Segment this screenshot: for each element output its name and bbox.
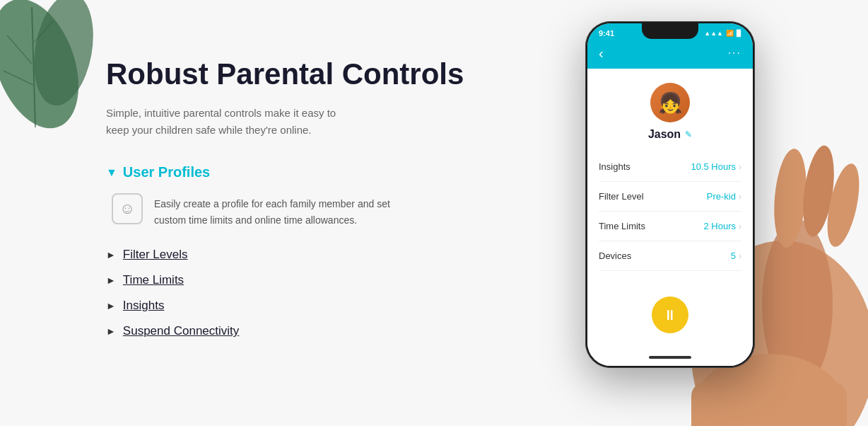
stat-value-time-limits: 2 Hours — [703, 221, 736, 231]
nav-arrow-icon: ► — [106, 249, 116, 260]
home-indicator — [587, 350, 753, 366]
stat-value-filter-row: Pre-kid › — [707, 191, 741, 202]
profile-description-block: ☺ Easily create a profile for each famil… — [112, 193, 474, 228]
stat-row-time-limits[interactable]: Time Limits 2 Hours › — [599, 212, 741, 241]
filter-levels-link[interactable]: Filter Levels — [123, 248, 188, 262]
pause-icon: ⏸ — [663, 307, 677, 323]
section-title[interactable]: User Profiles — [123, 164, 210, 180]
stat-value-devices: 5 — [731, 251, 736, 261]
smiley-icon: ☺ — [112, 193, 143, 224]
signal-icon: ▲▲▲ — [704, 30, 723, 37]
stat-row-insights[interactable]: Insights 10.5 Hours › — [599, 152, 741, 182]
back-button[interactable]: ‹ — [599, 46, 604, 60]
nav-arrow-icon: ► — [106, 326, 116, 337]
nav-item-time-limits: ► Time Limits — [106, 273, 474, 287]
nav-item-filter-levels: ► Filter Levels — [106, 248, 474, 262]
chevron-right-icon: › — [739, 192, 741, 202]
status-icons: ▲▲▲ 📶 ▉ — [704, 30, 741, 37]
nav-arrow-icon: ► — [106, 275, 116, 286]
stat-label-insights: Insights — [599, 161, 631, 172]
stat-row-filter-level[interactable]: Filter Level Pre-kid › — [599, 182, 741, 212]
wifi-icon: 📶 — [726, 30, 734, 37]
insights-link[interactable]: Insights — [123, 299, 165, 313]
edit-profile-icon[interactable]: ✎ — [685, 129, 692, 139]
section-arrow-icon: ▼ — [106, 166, 117, 179]
battery-icon: ▉ — [737, 30, 741, 37]
subtitle: Simple, intuitive parental controls make… — [106, 105, 474, 139]
profile-description-text: Easily create a profile for each family … — [154, 193, 390, 228]
stat-label-devices: Devices — [599, 251, 631, 261]
home-bar — [649, 356, 691, 359]
profile-name-row: Jason ✎ — [648, 128, 692, 141]
status-time: 9:41 — [599, 29, 614, 38]
nav-links: ► Filter Levels ► Time Limits ► Insights… — [106, 248, 474, 338]
user-profiles-section: ▼ User Profiles — [106, 164, 474, 180]
svg-rect-13 — [691, 382, 847, 426]
page-title: Robust Parental Controls — [106, 57, 474, 92]
phone-app-header: ‹ ··· — [587, 42, 753, 69]
phone-screen: 9:41 ▲▲▲ 📶 ▉ ‹ ··· 👧 Jason ✎ — [587, 23, 753, 366]
stat-value-devices-row: 5 › — [731, 251, 741, 261]
suspend-connectivity-link[interactable]: Suspend Connectivity — [123, 324, 239, 338]
phone-mockup: 9:41 ▲▲▲ 📶 ▉ ‹ ··· 👧 Jason ✎ — [585, 21, 755, 368]
phone-notch — [642, 23, 698, 39]
stat-label-time-limits: Time Limits — [599, 221, 645, 231]
chevron-right-icon: › — [739, 221, 741, 231]
nav-item-suspend: ► Suspend Connectivity — [106, 324, 474, 338]
profile-name: Jason — [648, 128, 681, 141]
profile-section: 👧 Jason ✎ — [587, 69, 753, 152]
avatar-image: 👧 — [658, 91, 683, 115]
phone-container: 9:41 ▲▲▲ 📶 ▉ ‹ ··· 👧 Jason ✎ — [571, 14, 840, 425]
nav-arrow-icon: ► — [106, 300, 116, 311]
avatar: 👧 — [650, 83, 690, 122]
stats-list: Insights 10.5 Hours › Filter Level Pre-k… — [587, 152, 753, 282]
stat-value-insights: 10.5 Hours — [691, 161, 736, 172]
time-limits-link[interactable]: Time Limits — [123, 273, 184, 287]
stat-value-filter-level: Pre-kid — [707, 191, 736, 202]
chevron-right-icon: › — [739, 162, 741, 172]
pause-button[interactable]: ⏸ — [652, 297, 688, 333]
more-options-button[interactable]: ··· — [728, 47, 741, 59]
nav-item-insights: ► Insights — [106, 299, 474, 313]
stat-row-devices[interactable]: Devices 5 › — [599, 241, 741, 271]
stat-value-insights-row: 10.5 Hours › — [691, 161, 741, 172]
stat-label-filter-level: Filter Level — [599, 191, 644, 202]
stat-value-time-row: 2 Hours › — [703, 221, 741, 231]
chevron-right-icon: › — [739, 251, 741, 261]
pause-section: ⏸ — [587, 282, 753, 350]
left-content: Robust Parental Controls Simple, intuiti… — [106, 57, 474, 338]
